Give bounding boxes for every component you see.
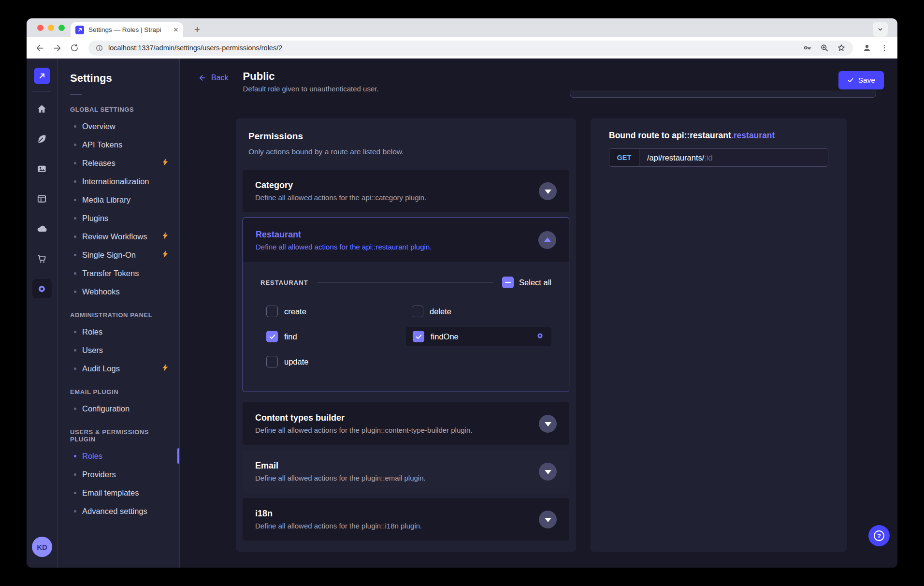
bullet-icon: [74, 349, 76, 352]
sidebar-item-plugins[interactable]: Plugins: [58, 209, 179, 227]
browser-tab[interactable]: Settings — Roles | Strapi ×: [71, 22, 183, 37]
accordion-toggle-button[interactable]: [539, 182, 557, 200]
forward-button[interactable]: [50, 41, 64, 55]
profile-avatar-icon[interactable]: [860, 41, 874, 55]
sidebar-section: EMAIL PLUGIN Configuration: [58, 388, 179, 418]
layout-icon[interactable]: [32, 189, 52, 208]
permission-action-findone[interactable]: findOne: [406, 327, 551, 346]
accordion-title: i18n: [255, 509, 422, 519]
sidebar-item-label: Single Sign-On: [82, 250, 136, 260]
action-checkbox[interactable]: [412, 306, 423, 317]
home-icon[interactable]: [32, 99, 52, 118]
bullet-icon: [74, 291, 76, 293]
help-button[interactable]: ?: [868, 525, 890, 546]
url-text[interactable]: localhost:1337/admin/settings/users-perm…: [108, 44, 798, 52]
tab-strip: Settings — Roles | Strapi × +: [27, 18, 897, 37]
sidebar-section-items: Roles Users Audit Logs: [58, 322, 179, 378]
action-checkbox[interactable]: [413, 331, 424, 342]
accordion-toggle-button[interactable]: [538, 231, 556, 249]
bullet-icon: [74, 125, 76, 128]
bullet-icon: [74, 473, 76, 476]
save-button[interactable]: Save: [838, 71, 884, 89]
role-description-input-partial[interactable]: [570, 90, 876, 98]
sidebar-item-api-tokens[interactable]: API Tokens: [58, 135, 179, 154]
sidebar-section-label: EMAIL PLUGIN: [70, 388, 168, 396]
permission-action-delete[interactable]: delete: [406, 304, 551, 319]
media-icon[interactable]: [32, 159, 52, 178]
sidebar-item-label: Email templates: [82, 488, 139, 498]
sidebar-item-roles[interactable]: Roles: [58, 447, 179, 465]
user-avatar[interactable]: KD: [32, 537, 52, 557]
sidebar-item-media-library[interactable]: Media Library: [58, 190, 179, 209]
sidebar-item-single-sign-on[interactable]: Single Sign-On: [58, 246, 179, 264]
permission-group-label: RESTAURANT: [260, 279, 308, 286]
zoom-page-icon[interactable]: [820, 43, 829, 53]
settings-icon[interactable]: [32, 279, 52, 298]
new-tab-button[interactable]: +: [190, 22, 204, 37]
select-all-label: Select all: [519, 278, 551, 287]
strapi-app: KD Settings GLOBAL SETTINGS Overview API…: [27, 59, 897, 568]
browser-menu-icon[interactable]: [877, 41, 892, 55]
permission-action-find[interactable]: find: [260, 329, 406, 344]
zoom-window-button[interactable]: [58, 25, 65, 31]
tab-close-icon[interactable]: ×: [173, 26, 178, 34]
password-key-icon[interactable]: [803, 43, 812, 53]
accordion-toggle-button[interactable]: [539, 415, 557, 433]
sidebar-item-internationalization[interactable]: Internationalization: [58, 172, 179, 190]
sidebar-item-email-templates[interactable]: Email templates: [58, 483, 179, 502]
permission-action-update[interactable]: update: [260, 354, 406, 369]
sidebar-item-transfer-tokens[interactable]: Transfer Tokens: [58, 264, 179, 282]
url-bar[interactable]: localhost:1337/admin/settings/users-perm…: [88, 41, 853, 56]
sidebar-title: Settings: [70, 72, 179, 85]
permission-accordion-category: Category Define all allowed actions for …: [243, 170, 569, 212]
accordion-header[interactable]: Email Define all allowed actions for the…: [243, 450, 569, 493]
close-window-button[interactable]: [37, 25, 43, 31]
accordion-description: Define all allowed actions for the plugi…: [255, 522, 422, 530]
accordion-toggle-button[interactable]: [539, 463, 557, 481]
bullet-icon: [74, 180, 76, 183]
question-mark-icon: ?: [874, 530, 884, 541]
sidebar-item-overview[interactable]: Overview: [58, 117, 179, 135]
permission-accordion-content-types-builder: Content types builder Define all allowed…: [243, 402, 569, 445]
cloud-icon[interactable]: [32, 219, 52, 238]
back-button[interactable]: [32, 41, 47, 55]
sidebar-item-webhooks[interactable]: Webhooks: [58, 282, 179, 301]
select-all-checkbox[interactable]: [502, 277, 514, 288]
permissions-subtitle: Only actions bound by a route are listed…: [248, 147, 569, 156]
action-checkbox[interactable]: [266, 331, 278, 342]
sidebar-item-label: Providers: [82, 470, 116, 479]
bullet-icon: [74, 235, 76, 238]
accordion-header[interactable]: Restaurant Define all allowed actions fo…: [243, 218, 569, 262]
strapi-arrow-icon: [38, 72, 46, 80]
strapi-logo[interactable]: [34, 68, 50, 84]
sidebar-item-providers[interactable]: Providers: [58, 465, 179, 483]
sidebar-item-configuration[interactable]: Configuration: [58, 399, 179, 418]
bound-route-attribute: .restaurant: [731, 131, 775, 140]
back-link[interactable]: Back: [198, 73, 229, 82]
sidebar-item-releases[interactable]: Releases: [58, 154, 179, 172]
sidebar-item-advanced-settings[interactable]: Advanced settings: [58, 502, 179, 520]
sidebar-item-users[interactable]: Users: [58, 341, 179, 359]
sidebar-item-review-workflows[interactable]: Review Workflows: [58, 227, 179, 246]
bookmark-star-icon[interactable]: [837, 43, 846, 53]
sidebar-item-roles[interactable]: Roles: [58, 322, 179, 341]
sidebar-item-audit-logs[interactable]: Audit Logs: [58, 359, 179, 378]
permission-action-create[interactable]: create: [260, 304, 406, 319]
browser-window: Settings — Roles | Strapi × + localhost:…: [27, 18, 897, 568]
accordion-header[interactable]: Category Define all allowed actions for …: [243, 170, 569, 212]
tab-search-button[interactable]: [873, 22, 888, 37]
select-all-control[interactable]: Select all: [502, 277, 551, 288]
action-settings-gear-icon[interactable]: [535, 331, 545, 342]
accordion-header[interactable]: Content types builder Define all allowed…: [243, 402, 569, 445]
accordion-header[interactable]: i18n Define all allowed actions for the …: [243, 498, 569, 541]
site-info-icon[interactable]: [95, 44, 103, 52]
accordion-toggle-button[interactable]: [539, 511, 557, 528]
marketplace-icon[interactable]: [32, 249, 52, 268]
sidebar-item-label: Review Workflows: [82, 232, 147, 241]
content-icon[interactable]: [32, 129, 52, 148]
action-checkbox[interactable]: [266, 356, 278, 367]
action-checkbox[interactable]: [266, 306, 278, 317]
minimize-window-button[interactable]: [48, 25, 54, 31]
bullet-icon: [74, 455, 76, 457]
reload-button[interactable]: [67, 41, 82, 55]
